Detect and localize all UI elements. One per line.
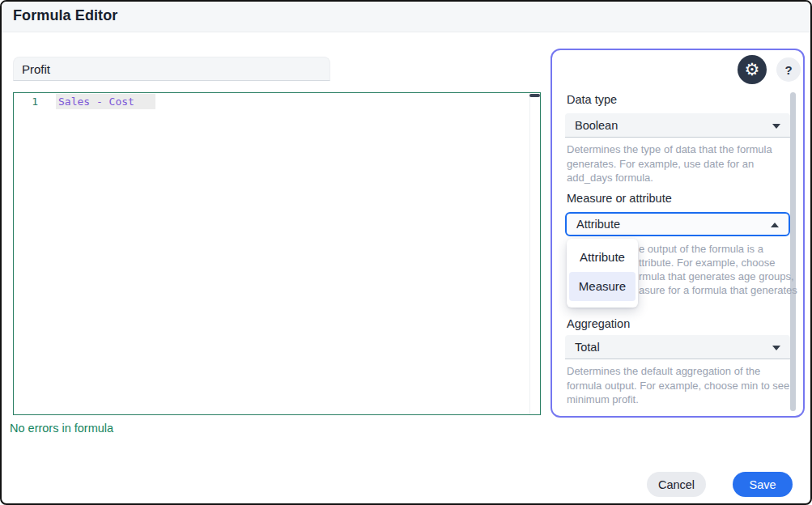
formula-settings-panel: ⚙ ? Data type Boolean Determines the typ…	[551, 49, 805, 418]
formula-code-editor[interactable]: 1 Sales - Cost	[13, 92, 541, 415]
editor-scrollbar-track	[529, 93, 530, 414]
aggregation-value: Total	[575, 341, 600, 354]
help-button[interactable]: ?	[776, 57, 801, 82]
data-type-select[interactable]: Boolean	[565, 113, 790, 138]
dropdown-option-measure[interactable]: Measure	[569, 272, 636, 301]
chevron-down-icon	[772, 124, 780, 129]
dropdown-option-attribute[interactable]: Attribute	[567, 243, 638, 272]
chevron-down-icon	[772, 346, 780, 350]
data-type-label: Data type	[567, 93, 617, 106]
settings-button[interactable]: ⚙	[738, 55, 767, 84]
data-type-value: Boolean	[575, 119, 618, 132]
editor-scrollbar-thumb[interactable]	[529, 94, 540, 97]
dialog-header: Formula Editor	[2, 2, 810, 32]
chevron-up-icon	[771, 223, 779, 227]
formula-code[interactable]: Sales - Cost	[56, 94, 155, 109]
measure-or-attribute-description-partially-occluded: e output of the formula is a ttribute. F…	[639, 242, 797, 297]
code-line[interactable]: Sales - Cost	[56, 94, 155, 109]
gear-icon: ⚙	[745, 62, 760, 79]
page-title: Formula Editor	[13, 7, 117, 24]
data-type-description: Determines the type of data that the for…	[567, 142, 772, 185]
save-button[interactable]: Save	[733, 472, 793, 497]
line-number: 1	[14, 95, 38, 108]
formula-status-message: No errors in formula	[10, 422, 113, 435]
measure-or-attribute-dropdown-menu: Attribute Measure	[567, 239, 638, 308]
measure-or-attribute-select[interactable]: Attribute	[565, 212, 790, 236]
aggregation-select[interactable]: Total	[565, 335, 790, 359]
cancel-button[interactable]: Cancel	[647, 472, 706, 497]
measure-or-attribute-label: Measure or attribute	[567, 192, 672, 205]
measure-or-attribute-value: Attribute	[576, 218, 620, 231]
aggregation-label: Aggregation	[567, 317, 630, 330]
formula-editor-dialog: Formula Editor 1 Sales - Cost No errors …	[0, 0, 812, 505]
question-mark-icon: ?	[784, 63, 792, 77]
aggregation-description: Determines the default aggregation of th…	[567, 364, 789, 407]
formula-name-input[interactable]	[13, 57, 330, 81]
